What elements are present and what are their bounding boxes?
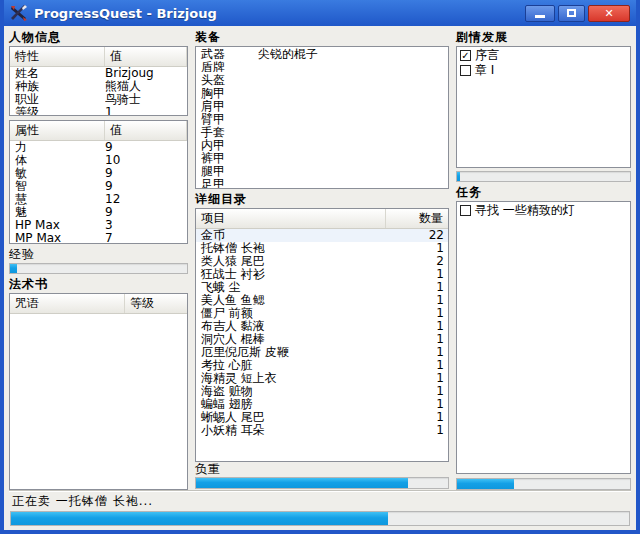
inventory-item-qty: 1 [386, 268, 448, 281]
equipment-row-label: 足甲 [196, 178, 258, 188]
inventory-item-qty: 1 [386, 424, 448, 437]
spellbook-table-body [10, 314, 187, 489]
stat-row-label: 体 [10, 154, 105, 167]
inventory-item-name: 蜥蜴人 尾巴 [196, 411, 386, 424]
stat-row-value: 3 [105, 219, 187, 232]
inventory-item-qty: 1 [386, 333, 448, 346]
stat-row: MP Max7 [10, 232, 187, 243]
traits-table-header[interactable]: 特性 值 [10, 47, 187, 67]
stat-row-label: HP Max [10, 219, 105, 232]
quest-progress-fill [457, 479, 514, 489]
plot-header: 剧情发展 [456, 29, 631, 46]
inventory-row[interactable]: 考拉 心脏1 [196, 359, 448, 372]
inventory-row[interactable]: 飞蛾 尘1 [196, 281, 448, 294]
encumbrance-progress-fill [196, 478, 408, 488]
trait-row-value: 鸟骑士 [105, 93, 187, 106]
plot-list: ✓序言章 I [456, 46, 631, 168]
plot-progress-fill [457, 172, 460, 181]
checked-checkbox-icon: ✓ [460, 50, 471, 61]
stat-row-label: 魅 [10, 206, 105, 219]
stat-row: 智9 [10, 180, 187, 193]
equipment-row-label: 盾牌 [196, 61, 258, 74]
inventory-item-qty: 1 [386, 359, 448, 372]
equipment-list-body: 武器尖锐的棍子盾牌头盔胸甲肩甲臂甲手套内甲裤甲腿甲足甲 [196, 47, 448, 188]
plot-item[interactable]: ✓序言 [457, 47, 630, 62]
stats-table-header[interactable]: 属性 值 [10, 121, 187, 141]
trait-row-value: Brizjoug [105, 67, 187, 80]
spellbook-table: 咒语 等级 [9, 293, 188, 490]
inventory-row[interactable]: 美人鱼 鱼鳃1 [196, 294, 448, 307]
quest-item[interactable]: 寻找 一些精致的灯 [457, 202, 630, 217]
inventory-row[interactable]: 蜥蜴人 尾巴1 [196, 411, 448, 424]
inventory-item-qty: 1 [386, 385, 448, 398]
equipment-row-label: 头盔 [196, 74, 258, 87]
equipment-row-label: 肩甲 [196, 100, 258, 113]
stats-col-value[interactable]: 值 [105, 121, 187, 140]
maximize-icon [567, 9, 576, 17]
plot-quest-panel: 剧情发展 ✓序言章 I 任务 寻找 一些精致的灯 [456, 29, 631, 490]
stat-row: 魅9 [10, 206, 187, 219]
plot-list-body: ✓序言章 I [457, 47, 630, 77]
inventory-item-name: 布吉人 黏液 [196, 320, 386, 333]
stat-row-value: 9 [105, 167, 187, 180]
maximize-button[interactable] [558, 5, 585, 22]
inventory-item-qty: 1 [386, 346, 448, 359]
plot-item[interactable]: 章 I [457, 62, 630, 77]
equipment-row-value [258, 139, 448, 152]
equipment-row-label: 手套 [196, 126, 258, 139]
stat-row-label: 力 [10, 141, 105, 154]
inventory-col-qty[interactable]: 数量 [386, 209, 448, 228]
inventory-row[interactable]: 小妖精 耳朵1 [196, 424, 448, 437]
inventory-item-qty: 1 [386, 398, 448, 411]
quest-list: 寻找 一些精致的灯 [456, 201, 631, 474]
equipment-row-label: 武器 [196, 48, 258, 61]
stats-table: 属性 值 力9体10敏9智9慧12魅9HP Max3MP Max7 [9, 120, 188, 244]
inventory-row[interactable]: 托钵僧 长袍1 [196, 242, 448, 255]
minimize-button[interactable] [525, 5, 555, 22]
equipment-row-value: 尖锐的棍子 [258, 48, 448, 61]
task-progress-fill [11, 512, 388, 525]
quest-progressbar [456, 478, 631, 490]
inventory-row[interactable]: 海盗 赃物1 [196, 385, 448, 398]
equipment-row: 裤甲 [196, 152, 448, 165]
inventory-col-item[interactable]: 项目 [196, 209, 386, 228]
traits-col-value[interactable]: 值 [105, 47, 187, 66]
inventory-row[interactable]: 金币22 [196, 229, 448, 242]
spellbook-table-header[interactable]: 咒语 等级 [10, 294, 187, 314]
stats-col-stat[interactable]: 属性 [10, 121, 105, 140]
unchecked-checkbox-icon [460, 65, 471, 76]
inventory-row[interactable]: 僵尸 前额1 [196, 307, 448, 320]
equipment-row: 腿甲 [196, 165, 448, 178]
inventory-row[interactable]: 蝙蝠 翅膀1 [196, 398, 448, 411]
inventory-row[interactable]: 洞穴人 棍棒1 [196, 333, 448, 346]
trait-row: 种族熊猫人 [10, 80, 187, 93]
experience-label: 经验 [9, 247, 188, 262]
plot-item-label: 序言 [475, 49, 499, 62]
traits-col-trait[interactable]: 特性 [10, 47, 105, 66]
equipment-row-value [258, 165, 448, 178]
inventory-row[interactable]: 布吉人 黏液1 [196, 320, 448, 333]
close-button[interactable]: ✕ [588, 5, 630, 22]
trait-row: 等级1 [10, 106, 187, 115]
equipment-row: 盾牌 [196, 61, 448, 74]
inventory-item-name: 洞穴人 棍棒 [196, 333, 386, 346]
inventory-row[interactable]: 狂战士 衬衫1 [196, 268, 448, 281]
traits-table: 特性 值 姓名Brizjoug种族熊猫人职业鸟骑士等级1 [9, 46, 188, 116]
equipment-row: 武器尖锐的棍子 [196, 48, 448, 61]
stat-row: 慧12 [10, 193, 187, 206]
inventory-item-name: 美人鱼 鱼鳃 [196, 294, 386, 307]
inventory-item-qty: 1 [386, 307, 448, 320]
spellbook-header: 法术书 [9, 276, 188, 293]
stat-row-label: MP Max [10, 232, 105, 243]
spellbook-col-level[interactable]: 等级 [125, 294, 187, 313]
stat-row-label: 慧 [10, 193, 105, 206]
inventory-row[interactable]: 海精灵 短上衣1 [196, 372, 448, 385]
minimize-icon [535, 15, 545, 18]
inventory-table-header[interactable]: 项目 数量 [196, 209, 448, 229]
inventory-item-name: 蝙蝠 翅膀 [196, 398, 386, 411]
inventory-row[interactable]: 厄里倪厄斯 皮鞭1 [196, 346, 448, 359]
main-columns: 人物信息 特性 值 姓名Brizjoug种族熊猫人职业鸟骑士等级1 属性 值 力… [9, 29, 631, 490]
title-bar[interactable]: ProgressQuest - Brizjoug ✕ [4, 0, 636, 26]
inventory-row[interactable]: 类人猿 尾巴2 [196, 255, 448, 268]
spellbook-col-spell[interactable]: 咒语 [10, 294, 125, 313]
